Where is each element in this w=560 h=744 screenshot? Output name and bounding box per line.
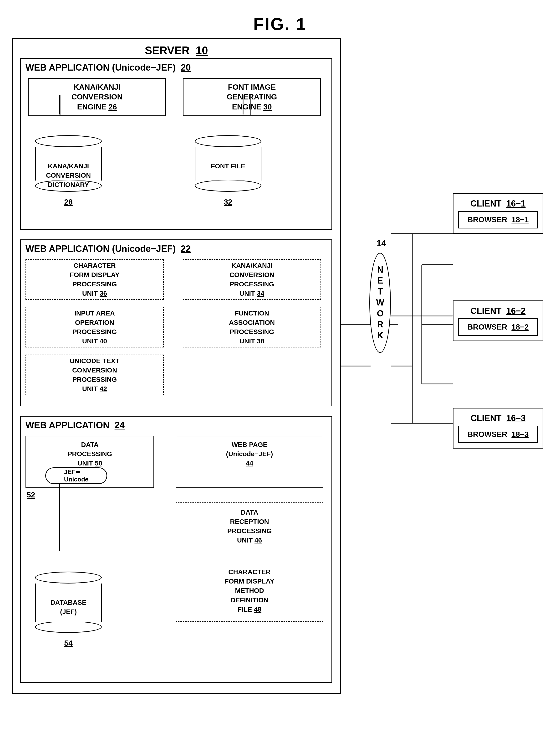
page-title: FIG. 1 <box>0 0 560 43</box>
data-processing-unit: DATAPROCESSINGUNIT 50 JEF⇔Unicode <box>26 436 154 488</box>
client-3-name: CLIENT 16−3 <box>458 413 538 423</box>
server-title: SERVER 10 <box>145 44 208 57</box>
web-page-box: WEB PAGE(Unicode−JEF)44 <box>175 436 323 488</box>
char-form-processing-unit: CHARACTER FORM DISPLAY PROCESSING UNIT 3… <box>26 259 164 300</box>
client-2-name: CLIENT 16−2 <box>458 306 538 316</box>
webapp24-title: WEB APPLICATION 24 <box>26 420 125 431</box>
kana-engine-box: KANA/KANJI CONVERSION ENGINE 26 <box>28 78 166 116</box>
server-block: SERVER 10 WEB APPLICATION (Unicode−JEF) … <box>12 38 341 694</box>
jef-unicode-box: JEF⇔Unicode <box>45 468 107 484</box>
font-file-cylinder: FONT FILE 32 <box>195 135 262 207</box>
func-assoc-processing-unit: FUNCTION ASSOCIATION PROCESSING UNIT 38 <box>183 307 321 347</box>
browser-2-box: BROWSER 18−2 <box>458 318 538 336</box>
kana-conv-processing-unit: KANA/KANJI CONVERSION PROCESSING UNIT 34 <box>183 259 321 300</box>
webapp22-block: WEB APPLICATION (Unicode−JEF) 22 CHARACT… <box>20 239 332 406</box>
browser-1-box: BROWSER 18−1 <box>458 211 538 228</box>
font-engine-box: FONT IMAGE GENERATING ENGINE 30 <box>183 78 321 116</box>
client-1-group: CLIENT 16−1 BROWSER 18−1 <box>453 193 543 234</box>
client-3-group: CLIENT 16−3 BROWSER 18−3 <box>453 408 543 449</box>
browser-3-box: BROWSER 18−3 <box>458 426 538 443</box>
webapp22-title: WEB APPLICATION (Unicode−JEF) 22 <box>26 244 191 254</box>
char-form-def-box: CHARACTER FORM DISPLAY METHOD DEFINITION… <box>175 560 323 622</box>
webapp24-block: WEB APPLICATION 24 DATAPROCESSINGUNIT 50… <box>20 416 332 683</box>
jef-unicode-number: 52 <box>27 490 35 499</box>
webapp20-block: WEB APPLICATION (Unicode−JEF) 20 KANA/KA… <box>20 58 332 230</box>
network-number: 14 <box>376 238 386 249</box>
client-2-group: CLIENT 16−2 BROWSER 18−2 <box>453 300 543 341</box>
webapp20-title: WEB APPLICATION (Unicode−JEF) 20 <box>26 63 191 73</box>
data-reception-box: DATA RECEPTION PROCESSING UNIT 46 <box>175 503 323 550</box>
input-area-processing-unit: INPUT AREA OPERATION PROCESSING UNIT 40 <box>26 307 164 347</box>
network-section: 14 NETWORK <box>369 253 391 353</box>
client-1-name: CLIENT 16−1 <box>458 199 538 209</box>
unicode-text-processing-unit: UNICODE TEXT CONVERSION PROCESSING UNIT … <box>26 355 164 395</box>
kana-dict-cylinder: KANA/KANJI CONVERSION DICTIONARY 28 <box>35 135 102 207</box>
database-cylinder: DATABASE (JEF) 54 <box>35 571 102 648</box>
network-label: NETWORK <box>375 265 385 341</box>
